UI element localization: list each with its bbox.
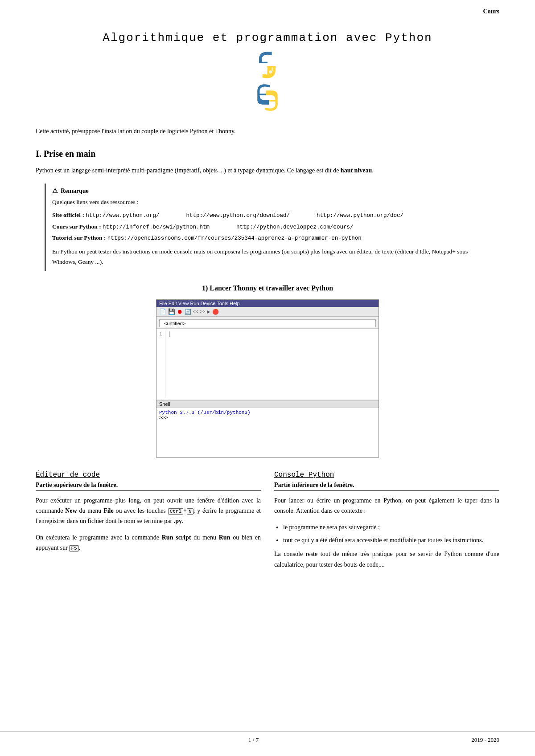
- col-left-para1: Pour exécuter un programme plus long, on…: [36, 495, 261, 526]
- remarque-box: ⚠ Remarque Quelques liens vers des resso…: [45, 184, 499, 271]
- thonny-titlebar: File Edit View Run Device Tools Help: [156, 300, 379, 307]
- col-left-title: Éditeur de code: [36, 471, 261, 479]
- col-right-para2: La console reste tout de même très prati…: [274, 549, 499, 569]
- header-label: Cours: [483, 8, 499, 15]
- footer-right: 2019 - 2020: [471, 736, 499, 744]
- col-left-para2: On exécutera le programme avec la comman…: [36, 532, 261, 553]
- list-item: tout ce qui y a été défini sera accessib…: [283, 535, 499, 545]
- svg-point-3: [262, 89, 264, 91]
- thonny-editor: 1: [156, 329, 379, 400]
- col-left: Éditeur de code Partie supérieure de la …: [36, 471, 261, 576]
- page-title: Algorithmique et programmation avec Pyth…: [36, 31, 499, 45]
- warning-icon: ⚠: [52, 187, 58, 195]
- section1-heading: I. Prise en main: [36, 149, 499, 159]
- remarque-title: ⚠ Remarque: [52, 187, 493, 195]
- svg-point-4: [271, 104, 273, 106]
- thonny-shell-label: Shell: [156, 400, 379, 408]
- footer-center: 1 / 7: [248, 736, 259, 744]
- n-key: N: [187, 508, 193, 515]
- footer: 1 / 7 2019 - 2020: [0, 731, 535, 744]
- col-right: Console Python Partie inférieure de la f…: [274, 471, 499, 576]
- list-item: le programme ne sera pas sauvegardé ;: [283, 522, 499, 532]
- thonny-screenshot: File Edit View Run Device Tools Help 📄 💾…: [156, 299, 379, 458]
- thonny-toolbar: 📄 💾 ⏺ 🔄 << >> ▶ 🔴: [156, 307, 379, 317]
- col-right-bullets: le programme ne sera pas sauvegardé ; to…: [283, 522, 499, 545]
- thonny-tab: <untitled>: [159, 319, 376, 327]
- svg-point-0: [263, 57, 265, 59]
- remarque-content: Quelques liens vers des ressources : Sit…: [52, 197, 493, 267]
- two-column-section: Éditeur de code Partie supérieure de la …: [36, 471, 499, 576]
- col-left-subtitle: Partie supérieure de la fenêtre.: [36, 482, 261, 491]
- thonny-shell: Python 3.7.3 (/usr/bin/python3) >>>: [156, 408, 379, 457]
- col-right-title: Console Python: [274, 471, 499, 479]
- f5-key: F5: [69, 545, 78, 552]
- svg-point-1: [269, 70, 272, 73]
- python-logo: [36, 49, 499, 113]
- col-right-subtitle: Partie inférieure de la fenêtre.: [274, 482, 499, 491]
- ctrl-key: Ctrl: [168, 508, 183, 515]
- section1-body: Python est un langage semi-interprété mu…: [36, 165, 499, 176]
- subsection1-heading: 1) Lancer Thonny et travailler avec Pyth…: [36, 284, 499, 292]
- col-right-para1: Pour lancer ou écrire un programme en Py…: [274, 495, 499, 516]
- intro-text: Cette activité, présuppose l'installatio…: [36, 127, 499, 136]
